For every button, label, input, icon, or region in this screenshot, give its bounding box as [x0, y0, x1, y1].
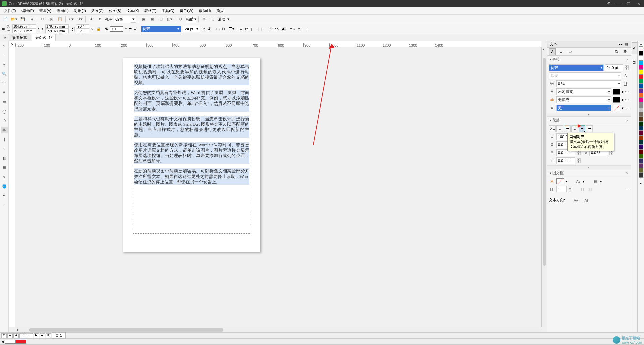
x-input[interactable] [12, 24, 36, 29]
polygon-tool-icon[interactable]: ⬠ [1, 117, 8, 124]
palette-left-icon[interactable]: ◀ [1, 340, 4, 343]
variable-font-icon[interactable]: Å [208, 27, 210, 31]
align-justify-icon[interactable]: ≣ [579, 125, 585, 132]
fill-tool-icon[interactable]: 🪣 [1, 183, 8, 190]
color-swatch[interactable] [639, 102, 643, 107]
doc-window-button[interactable]: 🗗 [605, 2, 612, 6]
launch-label[interactable]: 启动 [218, 17, 225, 22]
docker-tab-1-icon[interactable]: A [632, 42, 637, 54]
color-swatch[interactable] [639, 112, 643, 117]
gear-icon[interactable]: ○ [626, 57, 628, 61]
text-tool-icon[interactable]: 字 [1, 127, 8, 133]
snap-icon[interactable]: ◫▾ [166, 16, 173, 23]
fill-color-swatch[interactable] [613, 89, 620, 95]
spinner[interactable]: ▲▼ [568, 187, 572, 191]
more-icon[interactable]: ⋯ [625, 106, 629, 110]
color-swatch[interactable] [639, 126, 643, 131]
y-input[interactable] [12, 29, 36, 33]
add-page-icon[interactable]: ⊞ [1, 333, 7, 338]
size-spinner[interactable]: ▲▼ [202, 27, 206, 31]
docker-tab-text[interactable]: 文本 ▸▸ ▤ [547, 41, 631, 48]
scroll-up-icon[interactable]: ▲ [542, 47, 547, 51]
mirror-v-icon[interactable]: ⇵ [134, 27, 137, 31]
menu-window[interactable]: 窗口(W) [178, 8, 195, 14]
launch-icon[interactable]: ⊡ [209, 16, 216, 23]
direction-h-icon[interactable]: A≡ [573, 198, 579, 202]
align-left-icon[interactable]: ☰▾ [229, 27, 234, 31]
no-color-swatch[interactable] [639, 46, 643, 51]
tab-welcome[interactable]: 欢迎屏幕 [9, 34, 31, 41]
underline-icon[interactable]: U [222, 27, 225, 31]
chevron-down-icon[interactable]: ▾ [227, 17, 229, 21]
paste-combo[interactable]: 粘贴 ▾ [186, 16, 196, 23]
horizontal-ruler[interactable]: -200-10001002003004005006007008009001000… [15, 41, 541, 47]
bg-fill-dropdown[interactable]: 无填充▾ [556, 96, 611, 103]
redo-icon[interactable]: ↷▾ [76, 16, 83, 23]
color-swatch[interactable] [639, 173, 643, 178]
columns-input[interactable] [556, 186, 567, 192]
vertical-ruler[interactable] [9, 47, 15, 327]
scale-y-input[interactable] [77, 29, 89, 33]
settings-icon[interactable]: ⚙ [622, 48, 629, 55]
font-style-dropdown[interactable]: 常规▾ [549, 72, 621, 79]
mirror-h-icon[interactable]: ⇋ [129, 27, 132, 31]
color-swatch[interactable] [639, 70, 643, 74]
docker-menu-icon[interactable]: ▤ [625, 42, 628, 46]
grid-icon[interactable]: ⊞ [149, 16, 156, 23]
options-icon[interactable]: ⚙ [177, 16, 184, 23]
new-icon[interactable]: 📄 [2, 16, 9, 23]
outline-tool-icon[interactable]: ✒ [1, 192, 8, 199]
save-icon[interactable]: 💾 [19, 16, 26, 23]
doc-color-2[interactable] [16, 340, 26, 344]
no-fill-swatch[interactable] [556, 178, 564, 184]
vertical-align-icon[interactable]: A↕ [575, 179, 581, 183]
chevron-down-icon[interactable]: ▾ [622, 90, 624, 94]
char-mode-icon[interactable]: A [549, 48, 556, 55]
color-swatch[interactable] [639, 84, 643, 88]
bullet-list-icon[interactable]: ⋮≡ [236, 27, 242, 31]
scroll-left-icon[interactable]: ◀ [15, 328, 19, 332]
menu-object[interactable]: 对象(J) [72, 8, 88, 14]
italic-icon[interactable]: I [219, 27, 220, 31]
paragraph-2[interactable]: 为使您的文档具有专业外观，Word 提供了页眉、页脚、封面和文本框设计，这些设计… [134, 90, 249, 112]
variable-font-icon[interactable]: Å [623, 74, 629, 78]
add-page-after-icon[interactable]: ⊞ [46, 333, 51, 338]
cut-icon[interactable]: ✂ [39, 16, 46, 23]
print-icon[interactable]: 🖨 [28, 16, 35, 23]
menu-help[interactable]: 帮助(H) [197, 8, 213, 14]
fill-type-dropdown[interactable]: 均匀填充▾ [556, 88, 611, 95]
paragraph-4[interactable]: 使用在需要位置出现的新按钮在 Word 中保存时间。若要更改图片适应文档的方式，… [134, 142, 249, 164]
guides-icon[interactable]: ⊟ [158, 16, 164, 23]
menu-text[interactable]: 文本(X) [125, 8, 141, 14]
expand-icon[interactable]: + [1, 202, 8, 208]
outline-width-dropdown[interactable]: 无▾ [556, 105, 611, 111]
canvas-area[interactable]: ↘ -200-100010020030040050060070080090010… [9, 41, 547, 332]
menu-layout[interactable]: 布局(L) [55, 8, 70, 14]
transparency-icon[interactable]: ▦ [1, 164, 8, 171]
freehand-tool-icon[interactable]: 〰 [1, 80, 8, 86]
color-swatch[interactable] [639, 98, 643, 102]
frame-mode-icon[interactable]: ▭ [567, 48, 573, 55]
import-icon[interactable]: ⬇ [88, 16, 94, 23]
menu-bitmap[interactable]: 位图(B) [107, 8, 123, 14]
color-swatch[interactable] [639, 159, 643, 163]
zoom-input[interactable] [114, 16, 131, 23]
color-swatch[interactable] [639, 163, 643, 168]
bold-icon[interactable]: B [215, 27, 217, 31]
horizontal-scrollbar[interactable]: ◀ [15, 327, 541, 332]
color-swatch[interactable] [639, 51, 643, 56]
menu-view[interactable]: 查看(V) [37, 8, 54, 14]
prev-page-icon[interactable]: ◀ [13, 333, 19, 338]
kerning-dropdown[interactable]: 0 %▾ [556, 80, 621, 87]
copy-icon[interactable]: ⎘ [48, 16, 55, 23]
crop-tool-icon[interactable]: ✂ [1, 61, 8, 68]
ellipse-tool-icon[interactable]: ◯ [1, 108, 8, 115]
paragraph-text-frame[interactable]: 视频提供了功能强大的方法帮助您证明您的观点。当您单击联机视频时，可以在想要添加的… [133, 63, 250, 234]
align-right-icon[interactable]: ≡ [571, 125, 578, 132]
align-none-icon[interactable]: ⨯≡ [549, 125, 556, 132]
color-swatch[interactable] [639, 131, 643, 135]
chevron-down-icon[interactable]: ▾ [622, 98, 624, 102]
color-swatch[interactable] [639, 65, 643, 70]
last-page-icon[interactable]: ⏭ [40, 333, 45, 338]
paragraph-1[interactable]: 视频提供了功能强大的方法帮助您证明您的观点。当您单击联机视频时，可以在想要添加的… [134, 64, 249, 85]
